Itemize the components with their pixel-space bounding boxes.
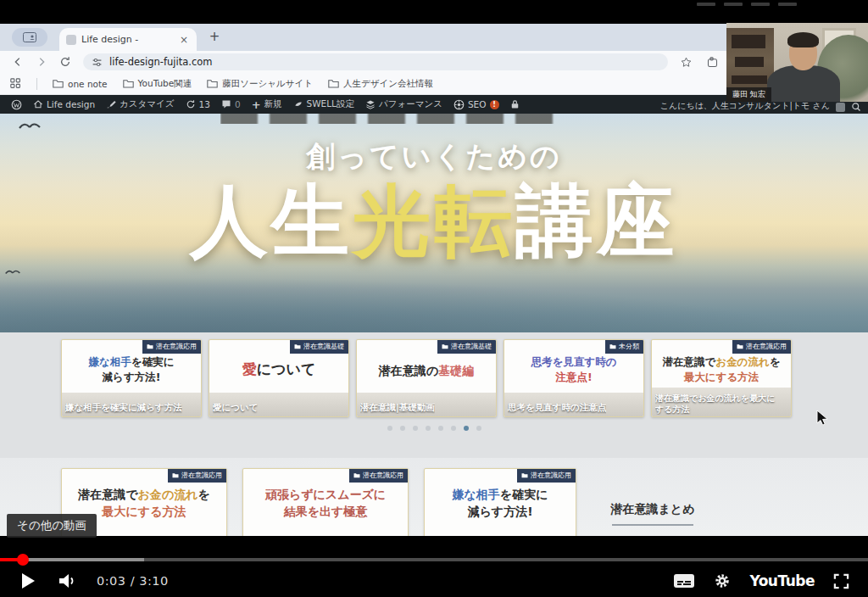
video-card[interactable]: 潜在意識応用 嫌な相手を確実に減らす方法! — [424, 468, 576, 536]
webcam-overlay: 藤田 知宏 — [726, 23, 868, 102]
pagination-dot[interactable] — [476, 426, 481, 431]
hero-title-part: 光転 — [353, 176, 515, 266]
tab-title: Life design - — [81, 34, 173, 45]
updates-menu[interactable]: 13 — [186, 99, 210, 109]
category-badge[interactable]: 潜在意識応用 — [142, 340, 201, 354]
scrubber-handle[interactable] — [17, 554, 29, 566]
presenter-body — [767, 65, 840, 102]
pagination-dot-active[interactable] — [464, 426, 469, 431]
video-player-frame: Life design - × + life-design-fujita.com… — [0, 0, 868, 597]
folder-icon — [147, 343, 153, 349]
subtitles-button[interactable] — [673, 573, 695, 589]
card-caption: 愛について — [213, 402, 258, 414]
search-icon[interactable] — [851, 102, 861, 112]
site-settings-icon[interactable] — [92, 57, 103, 68]
tab-close-icon[interactable]: × — [178, 33, 190, 47]
pagination-dot[interactable] — [413, 426, 418, 431]
category-badge[interactable]: 潜在意識応用 — [349, 469, 408, 483]
seagull-icon — [19, 120, 41, 131]
category-badge[interactable]: 潜在意識基礎 — [437, 340, 496, 354]
folder-icon — [609, 343, 616, 349]
video-card[interactable]: 潜在意識基礎 愛について 愛について — [209, 339, 349, 417]
address-bar[interactable]: life-design-fujita.com — [83, 53, 668, 70]
lock-icon[interactable] — [510, 99, 520, 109]
forward-icon[interactable] — [36, 56, 47, 68]
customize-menu[interactable]: カスタマイズ — [106, 98, 174, 110]
divider — [36, 78, 37, 90]
video-card-carousel: 潜在意識応用 嫌な相手を確実に減らす方法! 嫌な相手を確実に減らす方法 潜在意識… — [0, 332, 868, 458]
toolbar-right — [680, 56, 719, 69]
category-badge[interactable]: 潜在意識応用 — [732, 340, 791, 354]
video-card[interactable]: 未分類 思考を見直す時の注意点! 思考を見直す時の注意点 — [504, 339, 644, 417]
reload-icon[interactable] — [59, 56, 71, 68]
pagination-dot[interactable] — [438, 426, 443, 431]
bookmark-folder-one-note[interactable]: one note — [53, 79, 108, 89]
hero-subtitle: 創っていくための — [0, 137, 868, 176]
apps-grid-icon[interactable] — [10, 78, 21, 89]
folder-icon — [442, 343, 448, 349]
folder-icon — [207, 79, 218, 88]
pagination-dot[interactable] — [387, 426, 392, 431]
bookmark-star-icon[interactable] — [680, 56, 693, 69]
category-badge[interactable]: 未分類 — [605, 340, 643, 354]
presenter-hair — [787, 32, 819, 47]
card-caption: 潜在意識|基礎動画 — [360, 402, 435, 414]
settings-gear-icon[interactable] — [714, 572, 731, 589]
browser-tab[interactable]: Life design - × — [59, 28, 197, 51]
hero-clipped-line — [220, 114, 627, 124]
pagination-dot[interactable] — [400, 426, 405, 431]
comment-icon — [221, 99, 231, 109]
profile-icon — [23, 32, 36, 42]
fullscreen-button[interactable] — [833, 573, 849, 589]
avatar[interactable] — [836, 103, 845, 112]
site-menu[interactable]: Life design — [33, 99, 95, 109]
layers-icon — [365, 99, 376, 109]
webcam-name-tag: 藤田 知宏 — [726, 87, 771, 102]
hero-title-part: 人生 — [190, 176, 353, 266]
performance-menu[interactable]: パフォーマンス — [365, 98, 442, 110]
carousel-pagination — [0, 426, 868, 431]
video-card[interactable]: 潜在意識応用 頑張らずにスムーズに結果を出す極意 — [242, 468, 409, 536]
comments-menu[interactable]: 0 — [221, 99, 241, 109]
bookmark-folder-social[interactable]: 藤田ソーシャルサイト — [207, 78, 313, 90]
category-badge[interactable]: 潜在意識基礎 — [290, 340, 348, 354]
progress-bar[interactable] — [0, 558, 868, 561]
extensions-icon[interactable] — [706, 56, 719, 69]
seagull-icon — [5, 268, 20, 276]
brush-icon — [106, 99, 116, 109]
pagination-dot[interactable] — [426, 426, 431, 431]
folder-icon — [53, 79, 64, 88]
folder-icon — [353, 472, 360, 478]
plus-icon: + — [252, 98, 261, 111]
player-controls-right: YouTube — [673, 572, 849, 589]
profile-chip[interactable] — [12, 28, 47, 47]
player-controls: 0:03 / 3:10 YouTube — [0, 565, 868, 597]
seo-gear-icon — [453, 99, 465, 110]
category-badge[interactable]: 潜在意識応用 — [517, 469, 576, 483]
bookmark-folder-youtube[interactable]: YouTube関連 — [123, 78, 192, 90]
home-icon — [33, 99, 43, 109]
video-card[interactable]: 潜在意識基礎 潜在意識の基礎編 潜在意識|基礎動画 — [356, 339, 497, 417]
video-card[interactable]: 潜在意識応用 潜在意識でお金の流れを最大にする方法 潜在意識でお金の流れを最大に… — [651, 339, 792, 417]
new-tab-button[interactable]: + — [205, 27, 224, 46]
volume-button[interactable] — [58, 572, 78, 589]
menubar-remnant — [697, 3, 797, 6]
back-icon[interactable] — [12, 56, 24, 68]
swell-settings-menu[interactable]: SWELL設定 — [293, 98, 354, 110]
video-card[interactable]: 潜在意識応用 嫌な相手を確実に減らす方法! 嫌な相手を確実に減らす方法 — [61, 339, 202, 417]
tab-favicon — [66, 35, 76, 45]
update-icon — [186, 99, 196, 109]
seo-menu[interactable]: SEO! — [453, 99, 499, 110]
bookmark-folder-company[interactable]: 人生デザイン会社情報 — [328, 78, 433, 90]
category-badge[interactable]: 潜在意識応用 — [168, 469, 226, 483]
mouse-cursor — [816, 410, 829, 427]
youtube-logo[interactable]: YouTube — [749, 572, 815, 589]
play-button[interactable] — [20, 572, 36, 589]
card-caption: 思考を見直す時の注意点 — [508, 402, 606, 414]
pagination-dot[interactable] — [451, 426, 456, 431]
url-text: life-design-fujita.com — [109, 56, 212, 68]
swell-icon — [293, 99, 303, 109]
new-menu[interactable]: +新規 — [252, 98, 282, 111]
wp-logo-icon[interactable] — [11, 99, 22, 110]
seo-alert-badge: ! — [490, 100, 499, 109]
